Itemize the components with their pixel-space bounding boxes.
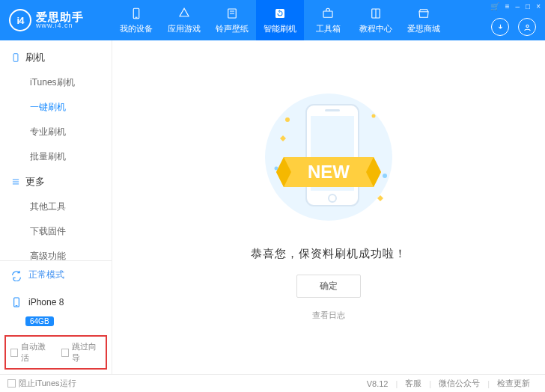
success-illustration: NEW xyxy=(246,86,411,230)
svg-point-18 xyxy=(383,174,387,178)
store-icon xyxy=(416,6,431,21)
check-label: 跳过向导 xyxy=(72,341,101,364)
download-button[interactable] xyxy=(491,18,509,36)
check-skip-guide[interactable]: 跳过向导 xyxy=(61,341,102,364)
sidebar-item-other[interactable]: 其他工具 xyxy=(0,195,112,219)
check-auto-activate[interactable]: 自动激活 xyxy=(10,341,51,364)
nav-label: 工具箱 xyxy=(316,23,341,34)
banner-word: NEW xyxy=(308,162,350,182)
success-message: 恭喜您，保资料刷机成功啦！ xyxy=(251,247,407,261)
user-button[interactable] xyxy=(518,18,536,36)
checkbox-highlight-box: 自动激活 跳过向导 xyxy=(4,335,107,370)
header-right xyxy=(491,18,536,36)
nav-label: 智能刷机 xyxy=(264,23,296,34)
brand-name: 爱思助手 xyxy=(36,11,84,22)
brand-logo: i4 xyxy=(9,9,31,31)
check-label: 自动激活 xyxy=(21,341,50,364)
main-content: NEW 恭喜您，保资料刷机成功啦！ 确定 查看日志 xyxy=(112,40,545,374)
support-link[interactable]: 客服 xyxy=(398,378,429,389)
nav-label: 爱思商城 xyxy=(407,23,440,34)
sidebar: 刷机 iTunes刷机 一键刷机 专业刷机 批量刷机 更多 其他工具 下载固件 … xyxy=(0,40,112,374)
sidebar-item-pro[interactable]: 专业刷机 xyxy=(0,120,112,144)
nav-label: 我的设备 xyxy=(120,23,153,34)
nav-label: 应用游戏 xyxy=(168,23,201,34)
device-mode[interactable]: 正常模式 xyxy=(0,261,112,289)
nav-toolbox[interactable]: 工具箱 xyxy=(304,0,352,40)
nav-flash[interactable]: 智能刷机 xyxy=(256,0,304,40)
svg-rect-22 xyxy=(325,109,340,111)
nav-device[interactable]: 我的设备 xyxy=(112,0,160,40)
checkbox-icon xyxy=(7,379,16,388)
brand-text: 爱思助手 www.i4.cn xyxy=(36,11,84,29)
refresh-icon xyxy=(10,269,22,281)
svg-point-16 xyxy=(372,114,376,118)
book-icon xyxy=(368,6,383,21)
main-nav: 我的设备 应用游戏 铃声壁纸 智能刷机 工具箱 教程中心 爱思商城 xyxy=(112,0,448,40)
app-header: i4 爱思助手 www.i4.cn 我的设备 应用游戏 铃声壁纸 智能刷机 工具… xyxy=(0,0,545,40)
svg-point-7 xyxy=(526,25,528,27)
sidebar-item-fw[interactable]: 下载固件 xyxy=(0,219,112,244)
checkbox-icon xyxy=(61,349,69,357)
brand-url: www.i4.cn xyxy=(36,22,84,29)
sidebar-bottom: 正常模式 iPhone 8 64GB 自动激活 跳过向导 xyxy=(0,260,112,374)
refresh-icon xyxy=(272,6,287,21)
device-info[interactable]: iPhone 8 xyxy=(0,289,112,316)
svg-rect-4 xyxy=(323,11,332,17)
sidebar-item-batch[interactable]: 批量刷机 xyxy=(0,144,112,169)
phone-icon xyxy=(10,296,22,308)
nav-label: 教程中心 xyxy=(359,23,392,34)
sidebar-group-title: 刷机 xyxy=(25,51,45,64)
update-link[interactable]: 检查更新 xyxy=(490,378,538,389)
check-label: 阻止iTunes运行 xyxy=(19,378,76,389)
nav-label: 铃声壁纸 xyxy=(216,23,249,34)
status-bar: 阻止iTunes运行 V8.12 | 客服 | 微信公众号 | 检查更新 xyxy=(0,374,545,392)
sidebar-item-itunes[interactable]: iTunes刷机 xyxy=(0,70,112,95)
maximize-icon[interactable]: □ xyxy=(526,2,530,10)
storage-badge: 64GB xyxy=(25,316,54,326)
menu-icon[interactable]: ≡ xyxy=(505,2,510,10)
nav-ring[interactable]: 铃声壁纸 xyxy=(208,0,256,40)
nav-store[interactable]: 爱思商城 xyxy=(400,0,448,40)
cart-icon[interactable]: 🛒 xyxy=(490,2,499,10)
device-mode-label: 正常模式 xyxy=(28,269,64,281)
nav-tutorial[interactable]: 教程中心 xyxy=(352,0,400,40)
view-log-link[interactable]: 查看日志 xyxy=(312,310,345,321)
toolbox-icon xyxy=(320,6,335,21)
phone-icon xyxy=(129,6,144,21)
version-label: V8.12 xyxy=(359,379,396,388)
sidebar-group-title: 更多 xyxy=(25,175,45,189)
ok-button[interactable]: 确定 xyxy=(296,275,361,298)
music-icon xyxy=(225,6,240,21)
window-controls: 🛒 ≡ – □ × xyxy=(490,2,541,10)
minimize-icon[interactable]: – xyxy=(516,2,520,10)
svg-rect-8 xyxy=(13,54,18,62)
sidebar-item-adv[interactable]: 高级功能 xyxy=(0,244,112,260)
wechat-link[interactable]: 微信公众号 xyxy=(431,378,487,389)
apps-icon xyxy=(177,6,192,21)
svg-point-15 xyxy=(285,117,290,122)
sidebar-item-onekey[interactable]: 一键刷机 xyxy=(0,95,112,120)
checkbox-icon xyxy=(10,349,18,357)
sidebar-group-more[interactable]: 更多 xyxy=(0,169,112,195)
phone-icon xyxy=(10,52,21,63)
brand: i4 爱思助手 www.i4.cn xyxy=(0,9,112,31)
check-block-itunes[interactable]: 阻止iTunes运行 xyxy=(7,378,76,389)
device-name: iPhone 8 xyxy=(28,297,64,307)
close-icon[interactable]: × xyxy=(536,2,541,10)
list-icon xyxy=(10,177,21,187)
sidebar-group-flash[interactable]: 刷机 xyxy=(0,45,112,70)
nav-apps[interactable]: 应用游戏 xyxy=(160,0,208,40)
